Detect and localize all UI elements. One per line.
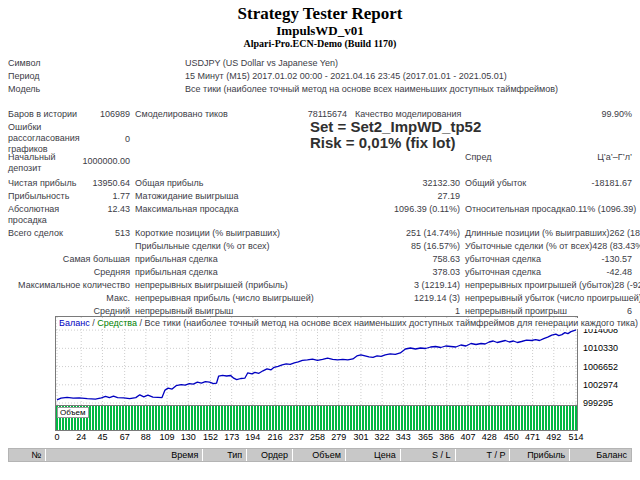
summary-cell-group: Самая большая [8, 254, 130, 265]
summary-label: Абсолютная просадка [8, 204, 80, 226]
summary-label: Общий убыток [465, 178, 526, 189]
volume-label: Объем [57, 407, 89, 418]
column-header: Баланс [569, 449, 631, 461]
summary-value: 251 (14.74%) [280, 228, 460, 239]
summary-label: Матожидание выигрыша [135, 191, 238, 202]
x-axis-label: 216 [268, 432, 283, 443]
summary-cell-group: Короткие позиции (% выигравших)251 (14.7… [135, 228, 460, 239]
legend-balance: Баланс [59, 318, 90, 328]
x-axis-label: 301 [353, 432, 368, 443]
summary-value: 28 (-921.63) [614, 280, 640, 291]
summary-value: Ц’а’–Г’л’ [491, 152, 632, 163]
summary-label: Начальный депозит [8, 152, 80, 174]
x-axis-label: 173 [224, 432, 239, 443]
summary-row: Макс.непрерывная прибыль (число выигрыше… [8, 293, 632, 306]
server-build: Alpari-Pro.ECN-Demo (Build 1170) [0, 38, 640, 50]
summary-label: Прибыльные сделки (% от всех) [135, 241, 270, 252]
balance-line [57, 330, 576, 400]
summary-value: Все тики (наиболее точный метод на основ… [185, 84, 558, 95]
summary-label: непрерывный убыток (число проигрышей) [465, 293, 640, 304]
summary-label: прибыльная сделка [135, 267, 218, 278]
summary-cell-group: Длинные позиции (% выигравших)262 (18.32… [465, 228, 632, 239]
summary-cell-group: Максимальное количество [8, 280, 130, 291]
summary-cell-group: СпредЦ’а’–Г’л’ [465, 152, 632, 163]
summary-cell-group: непрерывных выигрышей (прибыль)3 (1219.1… [135, 280, 460, 291]
summary-value: 13950.64 [80, 178, 130, 189]
summary-label: Модель [8, 84, 80, 95]
x-axis-label: 24 [76, 432, 86, 443]
summary-row: Абсолютная просадка12.43Максимальная про… [8, 204, 632, 228]
summary-label: Чистая прибыль [8, 178, 80, 189]
summary-cell-group: Прибыльность1.77 [8, 191, 130, 202]
summary-label: Короткие позиции (% выигравших) [135, 228, 280, 239]
summary-cell-group: Чистая прибыль13950.64 [8, 178, 130, 189]
set-line: Set = Set2_ImpWD_tp52 [310, 119, 481, 135]
summary-cell-group: Символ [8, 58, 130, 69]
summary-cell-group: непрерывный убыток (число проигрышей)-92… [465, 293, 632, 304]
x-axis-label: 67 [120, 432, 130, 443]
summary-row: Самая большаяприбыльная сделка758.63убыт… [8, 254, 632, 267]
summary-table: СимволUSDJPY (US Dollar vs Japanese Yen)… [8, 58, 632, 319]
summary-row: Период15 Минут (M15) 2017.01.02 00:00 - … [8, 71, 632, 84]
column-header: № [9, 449, 45, 461]
summary-value: 1000000.00 [80, 152, 130, 167]
summary-value: 85 (16.57%) [270, 241, 460, 252]
x-axis-label: 514 [568, 432, 583, 443]
x-axis-label: 152 [203, 432, 218, 443]
x-axis-label: 0 [54, 432, 59, 443]
chart-legend: Баланс / Средства / Все тики (наиболее т… [57, 318, 640, 329]
column-header: Время [45, 449, 202, 461]
summary-cell-group: непрерывная прибыль (число выигрышей)121… [135, 293, 460, 304]
summary-row: МодельВсе тики (наиболее точный метод на… [8, 84, 632, 97]
summary-cell-group: убыточная сделка-130.57 [465, 254, 632, 265]
risk-line: Risk = 0,01% (fix lot) [310, 135, 481, 151]
summary-cell-group: Макс. [8, 293, 130, 304]
x-axis-label: 258 [310, 432, 325, 443]
summary-row: Прибыльные сделки (% от всех)85 (16.57%)… [8, 241, 632, 254]
x-axis-label: 279 [331, 432, 346, 443]
summary-label: Убыточные сделки (% от всех) [465, 241, 592, 252]
summary-cell-group: Ошибки рассогласования графиков0 [8, 122, 130, 155]
column-header: Цена [345, 449, 400, 461]
summary-label: Общая прибыль [135, 178, 203, 189]
summary-label: Прибыльность [8, 191, 80, 202]
summary-row: Начальный депозит1000000.00СпредЦ’а’–Г’л… [8, 152, 632, 178]
summary-cell-group: прибыльная сделка758.63 [135, 254, 460, 265]
summary-label: Максимальная просадка [135, 204, 238, 215]
summary-cell-group: Убыточные сделки (% от всех)428 (83.43%) [465, 241, 632, 252]
summary-label: убыточная сделка [465, 254, 541, 265]
expert-name: ImpulsWD_v01 [0, 23, 640, 38]
summary-value: 12.43 [80, 204, 130, 215]
summary-value: 99.90% [461, 109, 632, 120]
summary-value: 513 [80, 228, 130, 239]
summary-value: 27.19 [238, 191, 460, 202]
legend-model-quality: / Все тики (наиболее точный метод на осн… [137, 318, 640, 328]
column-header: S / L [400, 449, 455, 461]
summary-row: Прибыльность1.77Матожидание выигрыша27.1… [8, 191, 632, 204]
summary-value: 378.03 [218, 267, 460, 278]
summary-row: Максимальное количествонепрерывных выигр… [8, 280, 632, 293]
x-axis-label: 386 [439, 432, 454, 443]
summary-value: 32132.30 [203, 178, 460, 189]
summary-label: Символ [8, 58, 80, 69]
summary-label: Смоделировано тиков [135, 109, 228, 120]
summary-cell-group: Средняя [8, 267, 130, 278]
summary-cell-group: Общий убыток-18181.67 [465, 178, 632, 189]
summary-value: Средняя [8, 267, 130, 278]
summary-value: -18181.67 [526, 178, 632, 189]
column-header: T / P [455, 449, 510, 461]
x-axis-label: 45 [97, 432, 107, 443]
summary-value: USDJPY (US Dollar vs Japanese Yen) [185, 58, 338, 69]
summary-cell-group: убыточная сделка-42.48 [465, 267, 632, 278]
summary-value: 1096.39 (0.11%) [238, 204, 460, 215]
x-axis-label: 365 [418, 432, 433, 443]
x-axis-label: 322 [375, 432, 390, 443]
x-axis-label: 237 [289, 432, 304, 443]
set-risk-annotation: Set = Set2_ImpWD_tp52 Risk = 0,01% (fix … [310, 119, 481, 151]
summary-row: Всего сделок513Короткие позиции (% выигр… [8, 228, 632, 241]
x-axis-label: 194 [245, 432, 260, 443]
summary-label: Всего сделок [8, 228, 80, 239]
summary-cell-group: непрерывных проигрышей (убыток)28 (-921.… [465, 280, 632, 291]
volume-panel [55, 405, 578, 431]
summary-value: 106989 [80, 109, 130, 120]
